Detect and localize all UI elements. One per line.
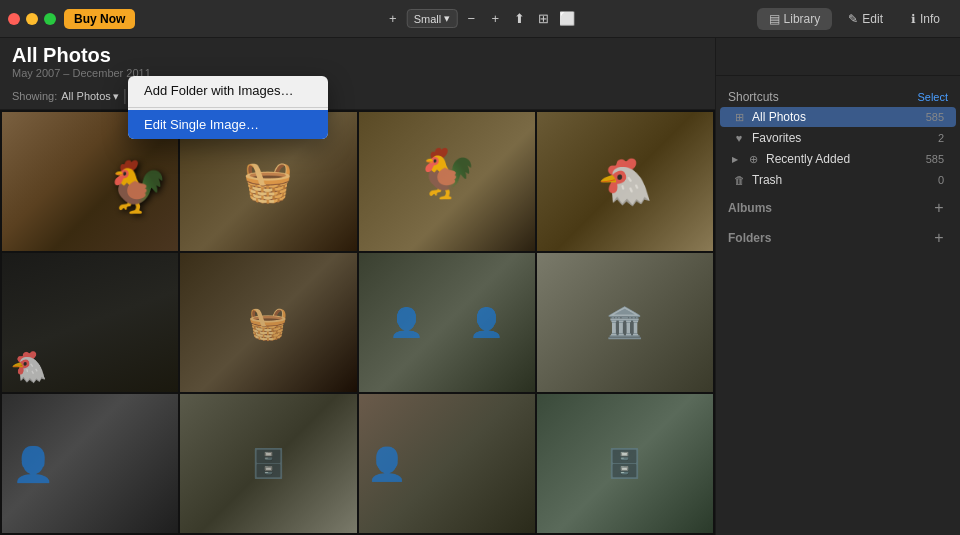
dropdown-menu: Add Folder with Images… Edit Single Imag… [128, 76, 328, 139]
page-date-range: May 2007 – December 2011 [0, 67, 715, 83]
grid-view-button[interactable]: ⊞ [533, 9, 553, 29]
folders-section-header: Folders + [716, 221, 960, 251]
photo-grid: 🐓 🧺 🐓 [0, 110, 715, 535]
dropdown-add-folder[interactable]: Add Folder with Images… [128, 76, 328, 105]
albums-title: Albums [728, 201, 772, 215]
zoom-out-button[interactable]: − [461, 9, 481, 29]
maximize-button[interactable] [44, 13, 56, 25]
photo-cell-12[interactable]: 🗄️ [537, 394, 713, 533]
titlebar: Buy Now + Small ▾ − + ⬆ ⊞ ⬜ ▤ Library ✎ … [0, 0, 960, 38]
sidebar-item-trash[interactable]: 🗑 Trash 0 [720, 170, 956, 190]
showing-filter-button[interactable]: All Photos ▾ [61, 90, 119, 103]
chevron-right-icon: ▶ [732, 155, 738, 164]
all-photos-label: All Photos [752, 110, 920, 124]
sidebar-content: Shortcuts Select ⊞ All Photos 585 ♥ Favo… [716, 76, 960, 535]
chevron-down-icon: ▾ [113, 90, 119, 103]
fullscreen-button[interactable]: ⬜ [557, 9, 577, 29]
sidebar-item-favorites[interactable]: ♥ Favorites 2 [720, 128, 956, 148]
titlebar-right: ▤ Library ✎ Edit ℹ Info [757, 8, 952, 30]
sidebar-item-all-photos[interactable]: ⊞ All Photos 585 [720, 107, 956, 127]
library-tab[interactable]: ▤ Library [757, 8, 833, 30]
edit-tab[interactable]: ✎ Edit [836, 8, 895, 30]
folders-title: Folders [728, 231, 771, 245]
shortcuts-header: Shortcuts Select [716, 84, 960, 106]
photo-cell-8[interactable]: 🏛️ [537, 253, 713, 392]
photo-cell-10[interactable]: 🗄️ [180, 394, 356, 533]
recently-added-label: Recently Added [766, 152, 920, 166]
photo-cell-9[interactable]: 👤 [2, 394, 178, 533]
traffic-lights [8, 13, 56, 25]
title-area: All Photos May 2007 – December 2011 [0, 38, 715, 83]
info-tab[interactable]: ℹ Info [899, 8, 952, 30]
dropdown-separator [128, 107, 328, 108]
sidebar-item-recently-added[interactable]: ▶ ⊕ Recently Added 585 [720, 149, 956, 169]
close-button[interactable] [8, 13, 20, 25]
trash-label: Trash [752, 173, 932, 187]
recently-added-count: 585 [926, 153, 944, 165]
size-label: Small [414, 13, 442, 25]
heart-icon: ♥ [732, 132, 746, 144]
favorites-label: Favorites [752, 131, 932, 145]
photo-cell-6[interactable]: 🧺 [180, 253, 356, 392]
showing-label: Showing: [12, 90, 57, 102]
add-tab-button[interactable]: + [383, 9, 403, 29]
photo-cell-3[interactable]: 🐓 [359, 112, 535, 251]
add-album-button[interactable]: + [930, 199, 948, 217]
zoom-in-button[interactable]: + [485, 9, 505, 29]
main-content: All Photos May 2007 – December 2011 Show… [0, 38, 960, 535]
buy-now-button[interactable]: Buy Now [64, 9, 135, 29]
chevron-down-icon: ▾ [444, 12, 450, 25]
photo-cell-5[interactable]: 🐔 [2, 253, 178, 392]
favorites-count: 2 [938, 132, 944, 144]
page-title: All Photos [0, 40, 715, 67]
minimize-button[interactable] [26, 13, 38, 25]
albums-section-header: Albums + [716, 191, 960, 221]
dropdown-edit-image[interactable]: Edit Single Image… [128, 110, 328, 139]
sidebar-header [716, 38, 960, 76]
shortcuts-title: Shortcuts [728, 90, 779, 104]
sidebar: Shortcuts Select ⊞ All Photos 585 ♥ Favo… [715, 38, 960, 535]
info-icon: ℹ [911, 12, 916, 26]
photo-cell-7[interactable]: 👤 👤 [359, 253, 535, 392]
all-photos-count: 585 [926, 111, 944, 123]
edit-icon: ✎ [848, 12, 858, 26]
showing-value: All Photos [61, 90, 111, 102]
add-folder-button[interactable]: + [930, 229, 948, 247]
size-selector[interactable]: Small ▾ [407, 9, 458, 28]
photo-cell-11[interactable]: 👤 [359, 394, 535, 533]
toolbar-row: Showing: All Photos ▾ | By Capture Time … [0, 83, 715, 110]
share-button[interactable]: ⬆ [509, 9, 529, 29]
photo-area: All Photos May 2007 – December 2011 Show… [0, 38, 715, 535]
grid-icon: ⊞ [732, 111, 746, 124]
photo-cell-4[interactable]: 🐔 [537, 112, 713, 251]
shortcuts-select-button[interactable]: Select [917, 91, 948, 103]
clock-icon: ⊕ [746, 153, 760, 166]
titlebar-center-controls: + Small ▾ − + ⬆ ⊞ ⬜ [383, 9, 578, 29]
trash-icon: 🗑 [732, 174, 746, 186]
trash-count: 0 [938, 174, 944, 186]
library-icon: ▤ [769, 12, 780, 26]
